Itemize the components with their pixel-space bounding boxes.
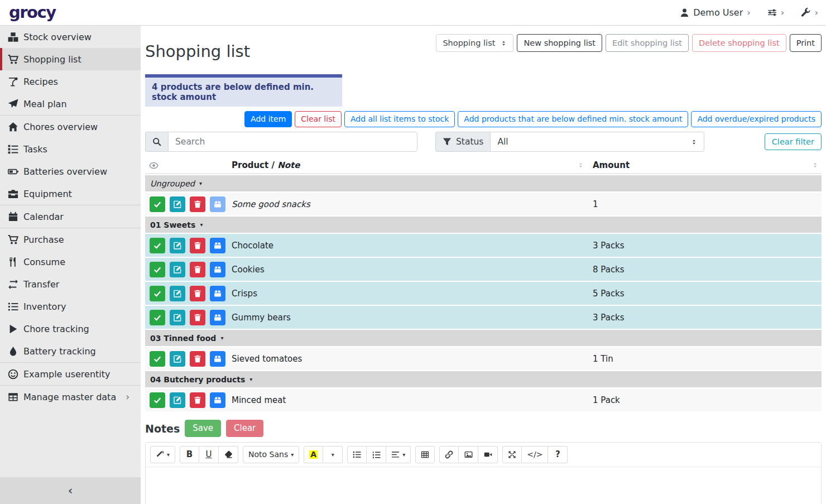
search-input[interactable] [168,132,417,152]
clear-filter-button[interactable]: Clear filter [765,133,822,150]
sidebar-item-chore-tracking[interactable]: Chore tracking [0,318,141,340]
edit-item-button[interactable] [170,310,185,325]
group-header-sweets[interactable]: 01 Sweets ▾ [145,217,822,233]
settings-menu[interactable]: › [767,8,785,17]
unordered-list-button[interactable] [347,446,367,463]
mark-done-button[interactable] [150,392,165,408]
column-header-amount[interactable]: Amount [592,160,822,170]
mark-done-button[interactable] [150,310,165,325]
insert-link-button[interactable] [439,446,459,463]
sidebar-item-tasks[interactable]: Tasks [0,138,141,160]
add-to-stock-button[interactable] [210,286,225,301]
add-below-min-button[interactable]: Add products that are below defined min.… [458,111,688,128]
admin-menu[interactable]: › [801,8,818,17]
user-menu[interactable]: Demo User › [680,7,751,18]
edit-item-button[interactable] [170,286,185,301]
fullscreen-button[interactable] [502,446,522,463]
sidebar-item-stock-overview[interactable]: Stock overview [0,26,141,48]
delete-item-button[interactable] [190,392,205,408]
mark-done-button[interactable] [150,351,165,367]
print-button[interactable]: Print [790,34,822,52]
font-family-button[interactable]: Noto Sans ▾ [243,446,299,463]
edit-item-button[interactable] [170,392,185,408]
mark-done-button[interactable] [150,196,165,212]
edit-item-button[interactable] [170,196,185,212]
sidebar-collapse-button[interactable]: ‹ [0,477,141,504]
delete-item-button[interactable] [190,310,205,325]
main-content: Shopping list Shopping list New shopping… [141,26,826,504]
underline-button[interactable]: U [199,446,219,463]
sidebar-item-recipes[interactable]: Recipes [0,70,141,93]
toolbox-icon [8,189,18,199]
delete-item-button[interactable] [190,262,205,277]
add-to-stock-button[interactable] [210,238,225,253]
sidebar-item-manage-master-data[interactable]: Manage master data › [0,386,141,408]
sidebar-item-chores-overview[interactable]: Chores overview [0,116,141,138]
sidebar-item-inventory[interactable]: Inventory [0,295,141,318]
chevron-left-icon: ‹ [68,484,73,497]
notes-edit-area[interactable] [146,467,821,504]
style-magic-button[interactable]: ▾ [150,446,175,463]
sidebar-item-transfer[interactable]: Transfer [0,273,141,295]
search-icon-box [145,132,168,152]
add-all-to-stock-button[interactable]: Add all list items to stock [344,111,455,128]
add-to-stock-button[interactable] [210,196,225,212]
status-filter-select[interactable]: All [490,132,704,152]
add-item-button[interactable]: Add item [244,111,292,128]
mark-done-button[interactable] [150,262,165,277]
mark-done-button[interactable] [150,286,165,301]
help-button[interactable]: ? [548,446,568,463]
sidebar-item-calendar[interactable]: Calendar [0,205,141,228]
ordered-list-button[interactable] [367,446,386,463]
font-color-button[interactable]: A [304,446,323,463]
add-to-stock-button[interactable] [210,392,225,408]
bold-button[interactable]: B [180,446,199,463]
group-header-butchery-products[interactable]: 04 Butchery products ▾ [145,371,822,387]
insert-image-button[interactable] [459,446,478,463]
item-amount: 1 [592,199,822,209]
edit-item-button[interactable] [170,351,185,367]
check-icon [153,266,161,273]
font-color-dropdown-button[interactable]: ▾ [323,446,343,463]
clear-formatting-button[interactable] [219,446,238,463]
group-header-tinned-food[interactable]: 03 Tinned food ▾ [145,330,822,346]
insert-video-button[interactable] [478,446,498,463]
add-to-stock-button[interactable] [210,310,225,325]
sidebar-item-battery-tracking[interactable]: Battery tracking [0,340,141,362]
sidebar-item-example-userentity[interactable]: Example userentity [0,363,141,385]
edit-item-button[interactable] [170,262,185,277]
delete-shopping-list-button[interactable]: Delete shopping list [692,34,786,52]
delete-item-button[interactable] [190,286,205,301]
image-icon [464,450,473,459]
group-header-ungrouped[interactable]: Ungrouped ▾ [145,175,822,191]
add-to-stock-button[interactable] [210,351,225,367]
sidebar-item-batteries-overview[interactable]: Batteries overview [0,160,141,183]
sidebar-item-consume[interactable]: Consume [0,251,141,273]
delete-item-button[interactable] [190,196,205,212]
delete-item-button[interactable] [190,351,205,367]
edit-shopping-list-button[interactable]: Edit shopping list [606,34,689,52]
code-view-button[interactable]: </> [522,446,548,463]
add-overdue-button[interactable]: Add overdue/expired products [691,111,822,128]
edit-icon [174,396,181,404]
sidebar-item-meal-plan[interactable]: Meal plan [0,93,141,115]
sidebar-item-shopping-list[interactable]: Shopping list [0,48,141,70]
sidebar-item-purchase[interactable]: Purchase [0,228,141,251]
shopping-list-select[interactable]: Shopping list [436,34,513,52]
new-shopping-list-button[interactable]: New shopping list [517,34,602,52]
below-min-stock-alert[interactable]: 4 products are below defined min. stock … [145,74,342,107]
clear-list-button[interactable]: Clear list [295,111,342,128]
column-header-product-note[interactable]: Product / Note [229,160,592,170]
insert-table-button[interactable] [415,446,435,463]
notes-clear-button[interactable]: Clear [226,420,263,437]
table-row: Gummy bears 3 Packs [145,306,822,329]
delete-item-button[interactable] [190,238,205,253]
add-to-stock-button[interactable] [210,262,225,277]
edit-item-button[interactable] [170,238,185,253]
notes-save-button[interactable]: Save [185,420,221,437]
mark-done-button[interactable] [150,238,165,253]
item-amount: 1 Tin [592,354,822,364]
check-icon [153,290,161,297]
sidebar-item-equipment[interactable]: Equipment [0,183,141,205]
paragraph-align-button[interactable]: ▾ [386,446,411,463]
